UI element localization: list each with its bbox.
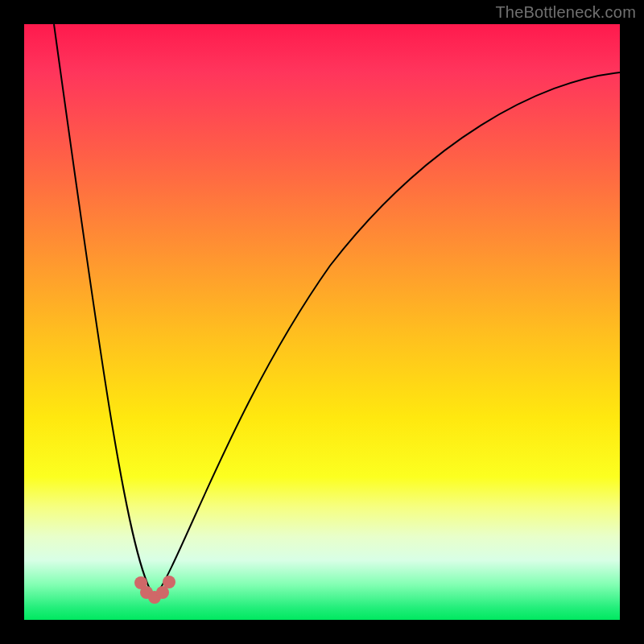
outer-frame: TheBottleneck.com bbox=[0, 0, 644, 644]
bottleneck-curve bbox=[54, 24, 620, 597]
plot-area bbox=[24, 24, 620, 620]
marker-5 bbox=[163, 576, 175, 588]
curve-layer bbox=[24, 24, 620, 620]
watermark-text: TheBottleneck.com bbox=[495, 3, 636, 22]
